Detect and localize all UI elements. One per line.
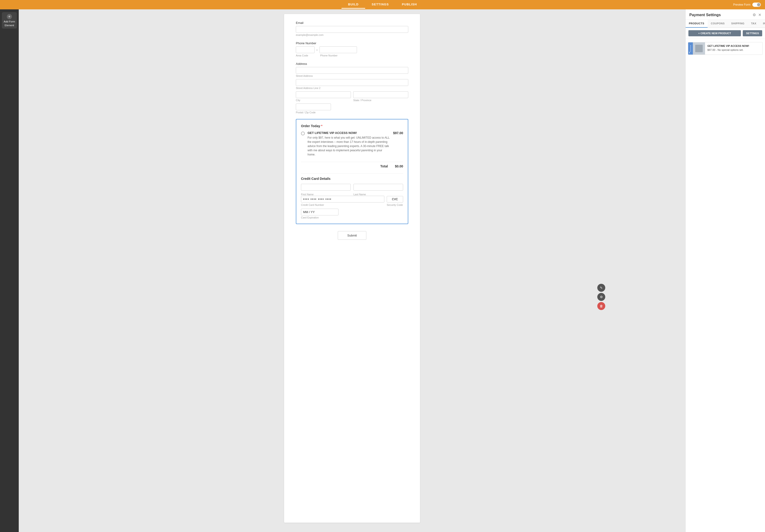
product-list: 1 GET LIFETIME VIP ACCESS NOW! $97.00 - … (686, 39, 765, 532)
zip-row: Postal / Zip Code (296, 104, 408, 114)
cc-number-input[interactable] (301, 196, 384, 203)
drag-dot (690, 48, 691, 48)
cc-last-name-input[interactable] (354, 184, 403, 191)
tab-tax[interactable]: TAX (748, 20, 760, 28)
tab-coupons[interactable]: COUPONS (708, 20, 728, 28)
email-hint: example@example.com (296, 34, 408, 36)
drag-dot (690, 49, 691, 49)
street-address-hint: Street Address (296, 75, 408, 77)
product-price: $97.00 (393, 131, 403, 135)
edit-button[interactable]: ✎ (597, 284, 605, 292)
gear-fab-icon: ⚙ (600, 295, 603, 299)
cc-security-label: Security Code (387, 204, 403, 206)
cc-first-label: First Name (301, 193, 351, 196)
panel-header-actions: ⚙ ✕ (753, 13, 761, 17)
cc-first-name-input[interactable] (301, 184, 351, 191)
product-number: 1 (689, 51, 690, 54)
pencil-icon: ✎ (600, 286, 603, 289)
city-input[interactable] (296, 91, 351, 98)
cc-name-row (301, 184, 403, 191)
street-address2-input[interactable] (296, 79, 408, 86)
tab-products[interactable]: PRODUCTS (686, 20, 708, 28)
product-name: GET LIFETIME VIP ACCESS NOW! (308, 131, 390, 135)
city-label: City (296, 99, 351, 102)
total-row: Total $0.00 (301, 162, 403, 168)
product-list-item[interactable]: 1 GET LIFETIME VIP ACCESS NOW! $97.00 - … (688, 42, 763, 55)
product-desc: For only $97, here is what you will get:… (308, 136, 390, 157)
phone-number-input[interactable] (320, 46, 357, 53)
drag-dot (690, 50, 691, 51)
tab-build[interactable]: BUILD (342, 1, 365, 9)
drag-handle[interactable]: 1 (688, 42, 693, 55)
address-field-group: Address Street Address Street Address Li… (296, 62, 408, 114)
cc-expiry-input[interactable] (301, 209, 339, 216)
panel-gear-icon[interactable]: ⚙ (753, 13, 756, 17)
total-value: $0.00 (395, 164, 403, 168)
submit-button[interactable]: Submit (338, 231, 366, 240)
nav-tabs: BUILD SETTINGS PUBLISH (342, 1, 423, 9)
settings-fab-button[interactable]: ⚙ (597, 293, 605, 301)
tab-publish[interactable]: PUBLISH (395, 1, 423, 9)
tab-shipping[interactable]: SHIPPING (728, 20, 748, 28)
order-title: Order Today * (301, 124, 403, 128)
state-label: State / Province (353, 99, 408, 102)
street-address-input[interactable] (296, 67, 408, 74)
left-sidebar: + Add Form Element (0, 9, 19, 532)
form-container: Email example@example.com Phone Number -… (284, 14, 420, 523)
main-layout: + Add Form Element Email example@example… (0, 9, 765, 532)
panel-tabs: PRODUCTS COUPONS SHIPPING TAX INVOICE (686, 20, 765, 28)
phone-area-input[interactable] (296, 46, 315, 53)
email-input[interactable] (296, 26, 408, 33)
panel-settings-button[interactable]: SETTINGS (743, 30, 762, 36)
phone-area-label: Area Code (296, 54, 315, 57)
cc-cvc-input[interactable] (387, 196, 403, 203)
cc-title: Credit Card Details (301, 177, 403, 181)
panel-close-icon[interactable]: ✕ (758, 13, 761, 17)
tab-settings[interactable]: SETTINGS (365, 1, 395, 9)
order-box: Order Today * GET LIFETIME VIP ACCESS NO… (296, 119, 408, 224)
preview-toggle[interactable] (752, 3, 761, 7)
phone-number-label: Phone Number (320, 54, 338, 57)
product-item-name: GET LIFETIME VIP ACCESS NOW! (707, 44, 760, 48)
product-row: GET LIFETIME VIP ACCESS NOW! For only $9… (301, 131, 403, 160)
cc-expiry-label: Card Expiration (301, 216, 403, 219)
phone-field-group: Phone Number - Area Code Phone Number (296, 41, 408, 57)
preview-form-label: Preview Form (733, 3, 750, 6)
city-state-row (296, 91, 408, 98)
city-state-labels: City State / Province (296, 99, 408, 102)
trash-icon: 🗑 (600, 304, 603, 308)
phone-dash: - (317, 48, 318, 52)
cc-bottom-labels: Credit Card Number Security Code (301, 204, 403, 206)
floating-actions: ✎ ⚙ 🗑 (597, 284, 605, 310)
cc-section: Credit Card Details First Name Last Name (301, 173, 403, 219)
canvas-area: Email example@example.com Phone Number -… (19, 9, 685, 532)
product-info: GET LIFETIME VIP ACCESS NOW! For only $9… (308, 131, 390, 157)
tab-invoice[interactable]: INVOICE (760, 20, 765, 28)
email-label: Email (296, 21, 408, 25)
delete-button[interactable]: 🗑 (597, 302, 605, 310)
product-thumb-placeholder (695, 45, 703, 52)
panel-toolbar: + CREATE NEW PRODUCT SETTINGS (686, 28, 765, 39)
top-nav: BUILD SETTINGS PUBLISH Preview Form (0, 0, 765, 9)
product-thumbnail (693, 42, 705, 55)
street-address2-hint: Street Address Line 2 (296, 87, 408, 90)
cc-last-label: Last Name (354, 193, 403, 196)
product-radio[interactable] (301, 132, 305, 135)
phone-row: - (296, 46, 408, 53)
add-form-element-button[interactable]: + Add Form Element (2, 12, 17, 29)
phone-labels: Area Code Phone Number (296, 54, 408, 57)
drag-dot (690, 46, 691, 47)
required-asterisk: * (321, 124, 322, 128)
cc-number-label: Credit Card Number (301, 204, 384, 206)
product-item-info: GET LIFETIME VIP ACCESS NOW! $97.00 - No… (705, 42, 762, 55)
create-product-button[interactable]: + CREATE NEW PRODUCT (688, 30, 741, 36)
state-input[interactable] (353, 91, 408, 98)
right-panel: Payment Settings ⚙ ✕ PRODUCTS COUPONS SH… (685, 9, 765, 532)
submit-row: Submit (296, 231, 408, 240)
panel-header: Payment Settings ⚙ ✕ (686, 9, 765, 20)
product-item-price: $97.00 - No special options set. (707, 49, 760, 51)
zip-hint: Postal / Zip Code (296, 111, 408, 114)
add-form-label-line2: Element (5, 24, 14, 27)
zip-input[interactable] (296, 104, 331, 110)
phone-label: Phone Number (296, 41, 408, 45)
